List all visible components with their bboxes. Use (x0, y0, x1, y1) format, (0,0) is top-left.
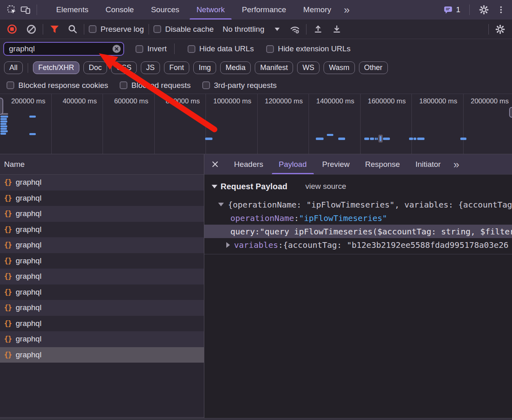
filter-chip-ws[interactable]: WS (297, 61, 319, 74)
checkbox-box[interactable] (89, 25, 96, 33)
network-settings-gear-icon[interactable] (493, 22, 507, 36)
expanded-triangle-icon[interactable] (218, 203, 224, 206)
filter-chip-font[interactable]: Font (164, 61, 189, 74)
request-row[interactable]: {}graphql (0, 284, 204, 300)
record-network-log-button[interactable] (5, 22, 19, 36)
network-filter-input-box[interactable] (3, 42, 124, 56)
inspect-element-icon[interactable] (5, 3, 19, 17)
request-row[interactable]: {}graphql (0, 316, 204, 332)
checkbox-box[interactable] (7, 81, 14, 89)
tab-memory[interactable]: Memory (295, 0, 340, 20)
network-overview-timeline[interactable]: 200000 ms400000 ms600000 ms800000 ms1000… (0, 94, 512, 154)
detail-tab-headers[interactable]: Headers (226, 154, 271, 174)
filter-chip-img[interactable]: Img (193, 61, 216, 74)
request-name: graphql (15, 335, 41, 343)
settings-gear-icon[interactable] (477, 3, 491, 17)
clear-network-log-button[interactable] (24, 22, 38, 36)
checkbox-box[interactable] (266, 45, 274, 53)
timeline-handle-right[interactable] (509, 107, 512, 118)
xhr-icon: {} (4, 178, 11, 186)
import-har-icon[interactable] (311, 22, 325, 36)
timeline-handle-left[interactable] (0, 98, 3, 115)
payload-variables-line[interactable]: variables: {accountTag: "b12e3b2192ee558… (204, 238, 512, 252)
payload-operation-line[interactable]: operationName: "ipFlowTimeseries" (204, 211, 512, 225)
filter-chip-js[interactable]: JS (141, 61, 160, 74)
payload-preview-line[interactable]: {operationName: "ipFlowTimeseries", vari… (204, 198, 512, 211)
export-har-icon[interactable] (330, 22, 344, 36)
detail-tab-preview[interactable]: Preview (315, 154, 358, 174)
panel-tabs: ElementsConsoleSourcesNetworkPerformance… (48, 0, 340, 20)
disable-cache-checkbox[interactable]: Disable cache (153, 25, 214, 34)
payload-query-line-selected[interactable]: query: "query ipFlowTimeseries($accountT… (204, 225, 512, 238)
filter-chip-manifest[interactable]: Manifest (255, 61, 293, 74)
tab-console[interactable]: Console (97, 0, 142, 20)
blocked-response-cookies-checkbox[interactable]: Blocked response cookies (7, 81, 108, 90)
request-row[interactable]: {}graphql (0, 206, 204, 222)
detail-tab-payload[interactable]: Payload (271, 154, 315, 174)
more-panels-icon[interactable]: » (340, 4, 354, 15)
message-bubble-icon (443, 5, 453, 15)
filter-chip-doc[interactable]: Doc (83, 61, 107, 74)
close-detail-icon[interactable] (209, 158, 221, 171)
throttling-select[interactable]: No throttling (223, 25, 280, 34)
hide-extension-urls-checkbox[interactable]: Hide extension URLs (266, 44, 350, 53)
tab-performance[interactable]: Performance (233, 0, 295, 20)
view-source-link[interactable]: view source (305, 182, 346, 191)
filter-funnel-icon[interactable] (48, 22, 61, 36)
json-separator: : (294, 213, 299, 223)
request-name: graphql (15, 225, 41, 234)
request-row[interactable]: {}graphql (0, 190, 204, 206)
filter-chip-all[interactable]: All (4, 61, 23, 74)
divider (488, 24, 489, 35)
tab-network[interactable]: Network (188, 0, 234, 20)
tab-sources[interactable]: Sources (142, 0, 188, 20)
filter-chip-fetch-xhr[interactable]: Fetch/XHR (33, 61, 79, 74)
checkbox-box[interactable] (202, 81, 210, 89)
timeline-tick-label: 200000 ms (11, 97, 45, 105)
request-row[interactable]: {}graphql (0, 331, 204, 347)
divider (43, 24, 43, 35)
device-toolbar-icon[interactable] (19, 3, 33, 17)
filter-chip-other[interactable]: Other (359, 61, 388, 74)
request-row[interactable]: {}graphql (0, 175, 204, 190)
checkbox-box[interactable] (136, 45, 143, 53)
request-row[interactable]: {}graphql (0, 300, 204, 316)
json-object-preview: {accountTag: "b12e3b2192ee5588fdad995178… (283, 240, 508, 250)
filter-chip-css[interactable]: CSS (111, 61, 137, 74)
checkbox-box[interactable] (153, 25, 161, 33)
preserve-log-checkbox[interactable]: Preserve log (89, 25, 144, 34)
filter-input[interactable] (9, 44, 109, 53)
issues-button[interactable]: 1 (442, 5, 462, 15)
checkbox-box[interactable] (120, 81, 127, 89)
3rd-party-requests-checkbox[interactable]: 3rd-party requests (202, 81, 277, 90)
invert-checkbox[interactable]: Invert (136, 44, 167, 53)
request-payload-section[interactable]: Request Payload view source (204, 180, 512, 192)
collapsed-triangle-icon[interactable] (226, 242, 230, 248)
filter-chip-wasm[interactable]: Wasm (324, 61, 354, 74)
blocked-requests-checkbox[interactable]: Blocked requests (120, 81, 191, 90)
detail-tab-response[interactable]: Response (357, 154, 408, 174)
detail-tab-initiator[interactable]: Initiator (408, 154, 449, 174)
checkbox-label: 3rd-party requests (214, 81, 277, 90)
request-row[interactable]: {}graphql (0, 253, 204, 269)
checkbox-box[interactable] (188, 45, 195, 53)
kebab-menu-icon[interactable] (494, 3, 508, 17)
name-column-header[interactable]: Name (0, 154, 204, 175)
search-icon[interactable] (66, 22, 79, 36)
devtools-window: ElementsConsoleSourcesNetworkPerformance… (0, 0, 512, 420)
tab-elements[interactable]: Elements (48, 0, 97, 20)
request-row[interactable]: {}graphql (0, 269, 204, 284)
request-row[interactable]: {}graphql (0, 222, 204, 238)
network-conditions-icon[interactable] (288, 22, 302, 36)
xhr-icon: {} (4, 288, 11, 296)
more-detail-tabs-icon[interactable]: » (449, 159, 463, 170)
request-row[interactable]: {}graphql (0, 237, 204, 253)
checkbox-label: Hide data URLs (199, 44, 254, 53)
request-row[interactable]: {}graphql (0, 347, 204, 363)
hide-data-urls-checkbox[interactable]: Hide data URLs (188, 44, 254, 53)
waterfall-bar (0, 123, 7, 125)
request-name: graphql (15, 288, 41, 297)
filter-chip-media[interactable]: Media (220, 61, 251, 74)
collapse-triangle-icon[interactable] (212, 185, 217, 188)
clear-filter-icon[interactable] (112, 44, 121, 54)
